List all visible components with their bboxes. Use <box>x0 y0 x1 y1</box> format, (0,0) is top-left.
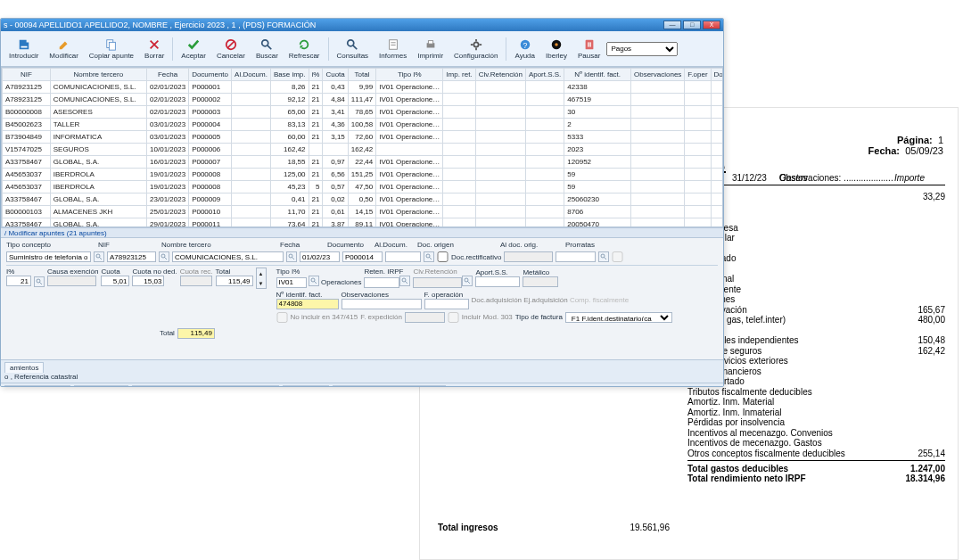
tipo-ipct-search[interactable] <box>309 276 319 286</box>
toolbar-informes[interactable]: Informes <box>374 37 411 62</box>
table-row[interactable]: A33758467GLOBAL, S.A.23/01/2023P0000090,… <box>3 194 724 206</box>
window-close-button[interactable]: X <box>703 21 720 29</box>
col-header[interactable]: Base imp. <box>270 69 309 81</box>
cuota-noded-input[interactable] <box>132 276 164 286</box>
table-row[interactable]: A78923125COMUNICACIONES, S.L.02/01/2023P… <box>3 81 724 94</box>
table-row[interactable]: A33758467GLOBAL, S.A.16/01/2023P00000718… <box>3 156 724 169</box>
doc-rect-check[interactable] <box>437 251 449 262</box>
nif-input[interactable] <box>107 251 156 262</box>
table-row[interactable]: A45653037IBERDROLA19/01/2023P00000845,23… <box>3 181 724 194</box>
spin-up-icon[interactable]: ▲ <box>257 268 266 278</box>
table-row[interactable]: B00000103ALMACENES JKH25/01/2023P0000101… <box>3 206 724 218</box>
al-docum-search[interactable] <box>424 251 434 262</box>
ipct-search[interactable] <box>34 276 45 287</box>
toolbar-config[interactable]: Configuración <box>449 37 502 62</box>
tipo-concepto-search[interactable] <box>94 251 104 262</box>
reten-search[interactable] <box>399 276 410 286</box>
col-header[interactable]: Cuota <box>323 69 348 81</box>
tab-ref-catastral[interactable]: o , Referencia catastral <box>4 373 78 381</box>
col-header[interactable]: Clv.Retención <box>475 69 525 81</box>
al-docum-input[interactable] <box>385 251 421 262</box>
toolbar-iberley[interactable]: Iberley <box>541 37 572 62</box>
svg-point-27 <box>465 278 468 282</box>
svg-point-23 <box>601 254 605 258</box>
col-header[interactable]: Documento <box>189 69 232 81</box>
col-header[interactable]: F.oper <box>685 69 711 81</box>
toolbar-pausar[interactable]: Pausar <box>573 37 605 62</box>
tab-amientos[interactable]: amientos <box>4 362 44 373</box>
window-max-button[interactable]: □ <box>683 21 701 29</box>
col-header[interactable]: Doc. <box>711 69 723 81</box>
report-date-lbl: Fecha: <box>868 145 900 156</box>
ledger-table[interactable]: NIFNombre terceroFechaDocumentoAl.Docum.… <box>2 68 723 227</box>
report-body: 33,29ciasarioscial empresacial al titula… <box>687 192 945 550</box>
toolbar-copiar-apunte[interactable]: Copiar apunte <box>85 37 138 62</box>
toolbar-aceptar[interactable]: Aceptar <box>177 37 210 62</box>
col-header[interactable]: Aport.S.S. <box>525 69 564 81</box>
svg-rect-10 <box>428 40 432 44</box>
col-header[interactable]: Tipo I% <box>376 69 443 81</box>
tercero-search[interactable] <box>286 251 297 262</box>
col-header[interactable]: Total <box>348 69 375 81</box>
toolbar-borrar[interactable]: Borrar <box>140 37 169 62</box>
line-spinner[interactable]: ▲▼ <box>256 268 267 289</box>
nidentif-input[interactable] <box>276 299 339 309</box>
col-header[interactable]: NIF <box>3 69 51 81</box>
table-row[interactable]: B45002623TALLER03/01/2023P00000483,13214… <box>3 119 724 131</box>
toolbar-buscar[interactable]: Buscar <box>251 37 283 62</box>
toolbar-modificar[interactable]: Modificar <box>45 37 82 62</box>
table-row[interactable]: B73904849INFORMATICA03/01/2023P00000560,… <box>3 131 724 144</box>
svg-point-24 <box>37 279 40 283</box>
toolbar-ayuda[interactable]: ?Ayuda <box>510 37 539 62</box>
col-header[interactable]: Nombre tercero <box>50 69 146 81</box>
toolbar-consultas[interactable]: Consultas <box>333 37 374 62</box>
obs-input[interactable] <box>342 299 422 309</box>
documento-input[interactable] <box>342 251 383 262</box>
total-input[interactable] <box>216 276 253 286</box>
svg-rect-17 <box>588 42 588 46</box>
foper-input[interactable] <box>424 299 469 309</box>
cuota-rec-input <box>180 276 212 286</box>
col-header[interactable]: Imp. ret. <box>443 69 475 81</box>
col-header[interactable]: i% <box>309 69 323 81</box>
table-row[interactable]: V15747025SEGUROS10/01/2023P000006162,421… <box>3 144 724 156</box>
spin-down-icon[interactable]: ▼ <box>257 278 266 288</box>
tipo-ipct-input[interactable] <box>276 277 307 288</box>
cuota-input[interactable] <box>101 276 129 286</box>
table-row[interactable]: A33758467GLOBAL, S.A.29/01/2023P00001173… <box>3 218 724 228</box>
aportss-input[interactable] <box>475 276 520 287</box>
col-header[interactable]: Al.Docum. <box>232 69 271 81</box>
col-header[interactable]: Fecha <box>147 69 189 81</box>
incluir-mod-check <box>448 312 459 323</box>
toolbar-imprimir[interactable]: Imprimir <box>413 37 448 62</box>
col-header[interactable]: Observaciones <box>630 69 684 81</box>
ipct-input[interactable] <box>6 276 31 286</box>
window-min-button[interactable]: — <box>663 21 681 29</box>
tercero-input[interactable] <box>172 251 284 262</box>
svg-point-22 <box>426 254 430 258</box>
ledger-grid[interactable]: NIFNombre terceroFechaDocumentoAl.Docum.… <box>1 67 723 227</box>
tipo-factura-select[interactable]: F1 F.ident.destinatario(ca <box>565 312 672 323</box>
nif-search[interactable] <box>159 251 169 262</box>
al-doc-orig-input[interactable] <box>556 251 596 262</box>
toolbar-pagos-select[interactable]: Pagos <box>606 42 678 56</box>
table-row[interactable]: A78923125COMUNICACIONES, S.L.02/01/2023P… <box>3 94 724 106</box>
footer: amientos o , Referencia catastral ia+ED+… <box>1 359 723 386</box>
reten-input[interactable] <box>364 277 399 288</box>
svg-rect-7 <box>391 42 395 43</box>
tipo-concepto-input[interactable] <box>6 251 91 262</box>
toolbar-refrescar[interactable]: Refrescar <box>284 37 325 62</box>
toolbar: Introducir Modificar Copiar apunte Borra… <box>1 31 723 67</box>
svg-rect-8 <box>391 45 395 45</box>
toolbar-introducir[interactable]: Introducir <box>4 37 43 62</box>
clv-ret-search[interactable] <box>462 276 473 286</box>
col-header[interactable]: Nº identif. fact. <box>564 69 631 81</box>
al-doc-orig-search[interactable] <box>598 251 609 262</box>
titlebar[interactable]: s - 00094 APELLIDO1 APELLIDO2, NOMBRE , … <box>1 19 723 31</box>
table-row[interactable]: B00000008ASESORES02/01/2023P00000365,002… <box>3 106 724 119</box>
toolbar-cancelar[interactable]: Cancelar <box>212 37 250 62</box>
fecha-input[interactable] <box>300 251 340 262</box>
table-row[interactable]: A45653037IBERDROLA19/01/2023P000008125,0… <box>3 169 724 181</box>
total2-input[interactable] <box>177 328 215 339</box>
svg-rect-16 <box>585 39 593 49</box>
